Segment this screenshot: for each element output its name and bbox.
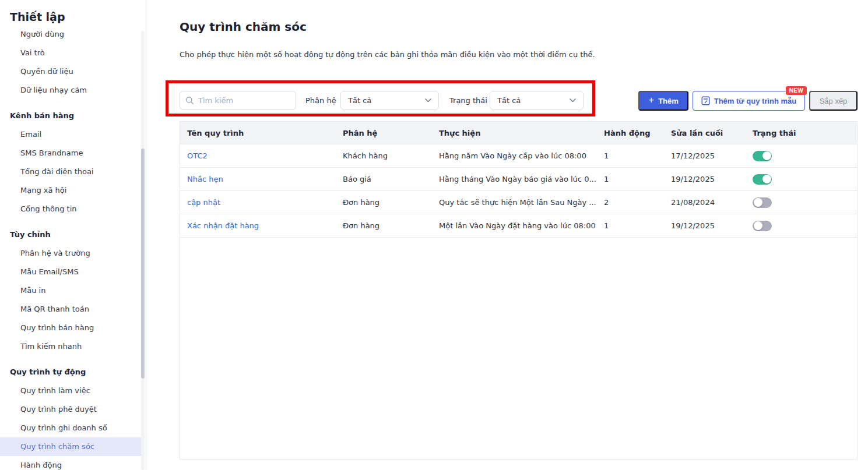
toggle-knob bbox=[754, 221, 762, 230]
header-status: Trạng thái bbox=[746, 122, 857, 144]
sidebar-item[interactable]: Vai trò bbox=[0, 44, 142, 62]
table-body: OTC2Khách hàngHằng năm Vào Ngày cấp vào … bbox=[180, 144, 857, 238]
main-content: Quy trình chăm sóc Cho phép thực hiện mộ… bbox=[146, 0, 868, 470]
cell-execution: Hằng năm Vào Ngày cấp vào lúc 08:00 bbox=[432, 144, 597, 167]
cell-last-modified: 17/12/2025 bbox=[664, 144, 746, 167]
page-description: Cho phép thực hiện một số hoạt động tự đ… bbox=[180, 50, 595, 59]
sidebar-scrollbar[interactable] bbox=[141, 31, 145, 470]
table-row: Nhắc hẹnBáo giáHằng tháng Vào Ngày báo g… bbox=[180, 168, 857, 191]
sidebar-item[interactable]: Email bbox=[0, 125, 142, 144]
sidebar-item[interactable]: Dữ liệu nhạy cảm bbox=[0, 81, 142, 100]
cell-actions: 1 bbox=[597, 168, 664, 190]
cell-module: Báo giá bbox=[336, 168, 432, 190]
add-from-template-label: Thêm từ quy trình mẫu bbox=[714, 97, 797, 105]
cell-status bbox=[746, 144, 857, 167]
chevron-down-icon bbox=[570, 98, 576, 103]
sort-button-label: Sắp xếp bbox=[820, 97, 848, 105]
cell-actions: 1 bbox=[597, 214, 664, 237]
cell-module: Đơn hàng bbox=[336, 191, 432, 214]
header-module: Phân hệ bbox=[336, 122, 432, 144]
sidebar-item[interactable]: Mẫu Email/SMS bbox=[0, 263, 142, 281]
cell-name[interactable]: OTC2 bbox=[180, 144, 336, 167]
cell-module: Đơn hàng bbox=[336, 214, 432, 237]
sort-button[interactable]: Sắp xếp bbox=[809, 91, 858, 111]
sidebar-item[interactable]: Quy trình phê duyệt bbox=[0, 400, 142, 419]
cell-name[interactable]: Nhắc hẹn bbox=[180, 168, 336, 190]
settings-sidebar: Thiết lập Người dùngVai tròQuyền dữ liệu… bbox=[0, 0, 146, 470]
sidebar-item[interactable]: Mẫu in bbox=[0, 281, 142, 300]
status-filter-select[interactable]: Tất cả bbox=[490, 91, 584, 110]
sidebar-item[interactable]: Hành động bbox=[0, 456, 142, 470]
sidebar-item[interactable]: Cổng thông tin bbox=[0, 200, 142, 218]
sidebar-item[interactable]: Mạng xã hội bbox=[0, 181, 142, 200]
cell-execution: Quy tắc sẽ thực hiện Một lần Sau Ngày ..… bbox=[432, 191, 597, 214]
add-from-template-button[interactable]: Thêm từ quy trình mẫu NEW bbox=[693, 91, 805, 111]
status-filter-label: Trạng thái bbox=[449, 96, 487, 105]
table-row: cập nhậtĐơn hàngQuy tắc sẽ thực hiện Một… bbox=[180, 191, 857, 214]
plus-icon: + bbox=[648, 94, 654, 106]
cell-name[interactable]: Xác nhận đặt hàng bbox=[180, 214, 336, 237]
toggle-knob bbox=[762, 151, 771, 160]
status-toggle[interactable] bbox=[753, 174, 772, 185]
cell-actions: 2 bbox=[597, 191, 664, 214]
sidebar-item[interactable]: Tìm kiếm nhanh bbox=[0, 337, 142, 356]
module-filter-label: Phân hệ bbox=[305, 96, 336, 105]
toggle-knob bbox=[754, 198, 762, 207]
sidebar-item[interactable]: Mã QR thanh toán bbox=[0, 300, 142, 319]
sidebar-title: Thiết lập bbox=[10, 10, 65, 23]
cell-module: Khách hàng bbox=[336, 144, 432, 167]
table-header-row: Tên quy trình Phân hệ Thực hiện Hành độn… bbox=[180, 122, 857, 144]
page-title: Quy trình chăm sóc bbox=[180, 20, 307, 34]
header-execution: Thực hiện bbox=[432, 122, 597, 144]
status-toggle[interactable] bbox=[753, 151, 772, 161]
search-input[interactable] bbox=[198, 96, 286, 105]
table-row: Xác nhận đặt hàngĐơn hàngMột lần Vào Ngà… bbox=[180, 214, 857, 238]
cell-status bbox=[746, 168, 857, 190]
sidebar-section-header: Tùy chỉnh bbox=[0, 225, 146, 244]
cell-status bbox=[746, 191, 857, 214]
add-button-label: Thêm bbox=[658, 97, 679, 105]
sidebar-item[interactable]: Quy trình ghi doanh số bbox=[0, 419, 142, 437]
sidebar-item[interactable]: SMS Brandname bbox=[0, 144, 142, 162]
cell-actions: 1 bbox=[597, 144, 664, 167]
module-filter-value: Tất cả bbox=[348, 96, 371, 105]
cell-execution: Hằng tháng Vào Ngày báo giá vào lúc 0... bbox=[432, 168, 597, 190]
new-badge: NEW bbox=[786, 86, 807, 95]
search-icon bbox=[185, 96, 194, 105]
header-actions: Hành động bbox=[597, 122, 664, 144]
sidebar-section-header: Quy trình tự động bbox=[0, 363, 146, 381]
cell-last-modified: 19/12/2025 bbox=[664, 214, 746, 237]
cell-last-modified: 19/12/2025 bbox=[664, 168, 746, 190]
status-filter-value: Tất cả bbox=[497, 96, 521, 105]
sidebar-section-header: Kênh bán hàng bbox=[0, 107, 146, 125]
cell-status bbox=[746, 214, 857, 237]
status-toggle[interactable] bbox=[753, 221, 772, 231]
sidebar-item[interactable]: Quy trình chăm sóc bbox=[0, 437, 142, 456]
status-toggle[interactable] bbox=[753, 197, 772, 208]
header-last-modified: Sửa lần cuối bbox=[664, 122, 746, 144]
add-button[interactable]: + Thêm bbox=[638, 91, 688, 111]
chevron-down-icon bbox=[425, 98, 431, 103]
cell-execution: Một lần Vào Ngày đặt hàng vào lúc 08:00 bbox=[432, 214, 597, 237]
cell-name[interactable]: cập nhật bbox=[180, 191, 336, 214]
search-input-wrapper bbox=[180, 91, 296, 110]
sidebar-nav: Người dùngVai tròQuyền dữ liệuDữ liệu nh… bbox=[0, 31, 146, 470]
sidebar-item[interactable]: Quy trình làm việc bbox=[0, 381, 142, 400]
sidebar-item[interactable]: Quy trình bán hàng bbox=[0, 319, 142, 337]
template-document-icon bbox=[701, 96, 710, 105]
module-filter-select[interactable]: Tất cả bbox=[340, 91, 439, 110]
header-name: Tên quy trình bbox=[180, 122, 336, 144]
cell-last-modified: 21/08/2024 bbox=[664, 191, 746, 214]
toggle-knob bbox=[762, 175, 771, 183]
sidebar-item[interactable]: Người dùng bbox=[0, 31, 142, 44]
sidebar-item[interactable]: Phân hệ và trường bbox=[0, 244, 142, 263]
workflow-table: Tên quy trình Phân hệ Thực hiện Hành độn… bbox=[180, 121, 858, 460]
sidebar-scrollbar-thumb[interactable] bbox=[141, 149, 145, 379]
sidebar-item[interactable]: Tổng đài điện thoại bbox=[0, 162, 142, 181]
sidebar-item[interactable]: Quyền dữ liệu bbox=[0, 62, 142, 81]
table-row: OTC2Khách hàngHằng năm Vào Ngày cấp vào … bbox=[180, 144, 857, 168]
